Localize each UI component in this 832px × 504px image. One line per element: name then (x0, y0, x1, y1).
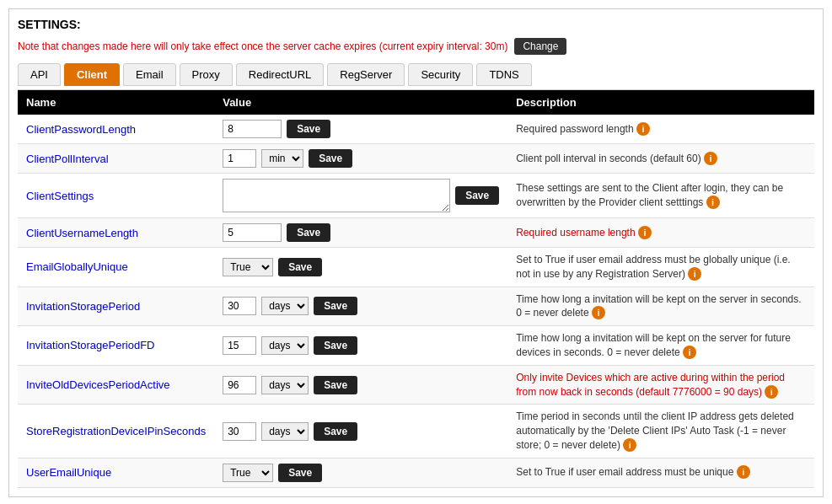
setting-number-input[interactable] (223, 297, 256, 315)
table-row: InviteOldDevicesPeriodActivedaysSaveOnly… (18, 365, 814, 405)
page-title: SETTINGS: (18, 18, 814, 31)
settings-table: Name Value Description ClientPasswordLen… (18, 90, 814, 488)
setting-unit-select[interactable]: days (261, 336, 309, 355)
setting-value-cell: daysSave (214, 287, 507, 326)
save-button[interactable]: Save (309, 149, 352, 168)
table-row: UserEmailUniqueTrueFalseSaveSet to True … (18, 458, 814, 487)
info-icon[interactable]: i (688, 267, 701, 281)
col-header-name: Name (18, 90, 214, 115)
table-row: EmailGloballyUniqueTrueFalseSaveSet to T… (18, 248, 814, 287)
save-button[interactable]: Save (287, 223, 330, 242)
info-icon[interactable]: i (592, 306, 605, 319)
tab-client[interactable]: Client (64, 63, 120, 86)
setting-description: Client poll interval in seconds (default… (507, 144, 814, 174)
save-button[interactable]: Save (314, 422, 357, 441)
tab-bar: APIClientEmailProxyRedirectURLRegServerS… (18, 63, 814, 90)
setting-description: Time period in seconds until the client … (507, 405, 814, 458)
table-row: ClientPasswordLengthSaveRequired passwor… (18, 115, 814, 144)
setting-number-input[interactable] (223, 149, 256, 168)
setting-description: Set to True if user email address must b… (507, 248, 814, 287)
setting-name: UserEmailUnique (18, 458, 214, 487)
table-row: ClientPollIntervalminSaveClient poll int… (18, 144, 814, 174)
setting-value-cell: TrueFalseSave (214, 458, 507, 487)
setting-name: ClientPollInterval (18, 144, 214, 174)
setting-value-cell: daysSave (214, 365, 507, 405)
setting-value-cell: TrueFalseSave (214, 248, 507, 287)
info-icon[interactable]: i (706, 196, 720, 209)
setting-value-cell: daysSave (214, 326, 507, 366)
save-button[interactable]: Save (314, 297, 357, 315)
setting-name: ClientUsernameLength (18, 218, 214, 248)
info-icon[interactable]: i (623, 438, 636, 452)
setting-name: ClientPasswordLength (18, 115, 214, 144)
table-row: InvitationStoragePerioddaysSaveTime how … (18, 287, 814, 326)
setting-value-cell: Save (214, 218, 507, 248)
tab-tdns[interactable]: TDNS (476, 63, 531, 86)
setting-unit-select[interactable]: days (261, 422, 309, 441)
setting-unit-select[interactable]: days (261, 297, 309, 315)
setting-name: InvitationStoragePeriodFD (18, 326, 214, 366)
save-button[interactable]: Save (314, 336, 357, 355)
table-row: ClientUsernameLengthSaveRequired usernam… (18, 218, 814, 248)
setting-value-cell: Save (214, 174, 507, 218)
save-button[interactable]: Save (287, 120, 330, 138)
notice-text: Note that changes made here will only ta… (18, 40, 507, 52)
setting-description: Time how long a invitation will be kept … (507, 326, 814, 366)
setting-description: Only invite Devices which are active dur… (507, 365, 814, 405)
info-icon[interactable]: i (765, 385, 778, 399)
col-header-value: Value (214, 90, 507, 115)
setting-name: EmailGloballyUnique (18, 248, 214, 287)
setting-name: InviteOldDevicesPeriodActive (18, 365, 214, 405)
setting-unit-select[interactable]: days (261, 376, 309, 394)
tab-email[interactable]: Email (123, 63, 176, 86)
tab-api[interactable]: API (18, 63, 61, 86)
setting-description: Required username length i (507, 218, 814, 248)
setting-input[interactable] (223, 120, 282, 138)
table-row: StoreRegistrationDeviceIPinSecondsdaysSa… (18, 405, 814, 458)
save-button[interactable]: Save (278, 258, 322, 276)
setting-name: ClientSettings (18, 174, 214, 218)
setting-value-cell: daysSave (214, 405, 507, 458)
setting-select[interactable]: TrueFalse (223, 464, 273, 482)
setting-select[interactable]: TrueFalse (223, 258, 273, 276)
setting-number-input[interactable] (223, 336, 256, 355)
table-row: ClientSettingsSaveThese settings are sen… (18, 174, 814, 218)
setting-description: These settings are sent to the Client af… (507, 174, 814, 218)
setting-name: InvitationStoragePeriod (18, 287, 214, 326)
setting-value-cell: Save (214, 115, 507, 144)
setting-number-input[interactable] (223, 376, 256, 394)
tab-regserver[interactable]: RegServer (327, 63, 405, 86)
save-button[interactable]: Save (314, 376, 357, 394)
change-button[interactable]: Change (514, 38, 566, 55)
table-row: InvitationStoragePeriodFDdaysSaveTime ho… (18, 326, 814, 366)
setting-textarea[interactable] (223, 179, 450, 212)
info-icon[interactable]: i (683, 346, 696, 359)
info-icon[interactable]: i (737, 465, 750, 479)
info-icon[interactable]: i (636, 122, 650, 136)
save-button[interactable]: Save (455, 186, 499, 205)
info-icon[interactable]: i (638, 226, 652, 239)
setting-value-cell: minSave (214, 144, 507, 174)
setting-description: Required password length i (507, 115, 814, 144)
setting-description: Set to True if user email address must b… (507, 458, 814, 487)
tab-security[interactable]: Security (408, 63, 473, 86)
page-wrapper: SETTINGS: Note that changes made here wi… (8, 8, 824, 497)
tab-proxy[interactable]: Proxy (180, 63, 233, 86)
setting-unit-select[interactable]: min (261, 149, 303, 168)
save-button[interactable]: Save (278, 464, 322, 482)
setting-input[interactable] (223, 223, 282, 242)
info-icon[interactable]: i (704, 152, 717, 165)
setting-number-input[interactable] (223, 422, 256, 441)
setting-name: StoreRegistrationDeviceIPinSeconds (18, 405, 214, 458)
setting-description: Time how long a invitation will be kept … (507, 287, 814, 326)
col-header-description: Description (507, 90, 814, 115)
notice-bar: Note that changes made here will only ta… (18, 38, 814, 55)
tab-redirecturl[interactable]: RedirectURL (236, 63, 324, 86)
